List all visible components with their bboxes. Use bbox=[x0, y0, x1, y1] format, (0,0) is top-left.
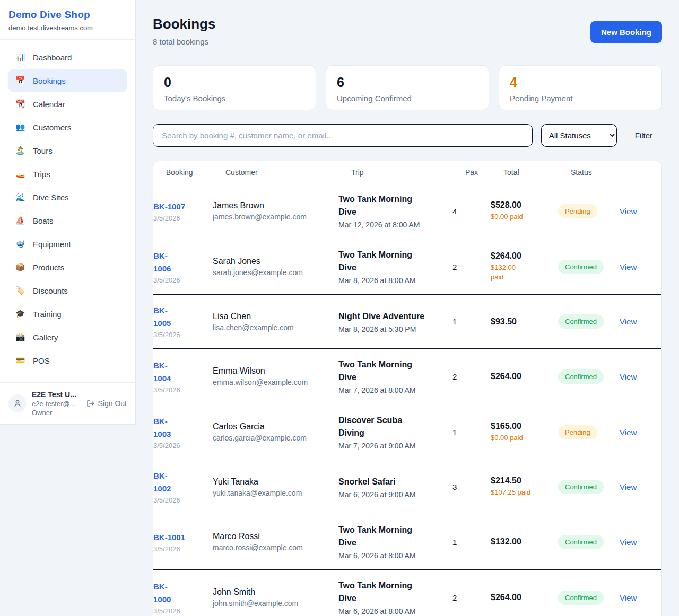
trip-name: Snorkel Safari bbox=[338, 476, 452, 488]
booking-id-link[interactable]: BK- 1005 bbox=[153, 304, 213, 330]
stat-card: 6Upcoming Confirmed bbox=[326, 65, 489, 110]
trip-datetime: Mar 8, 2026 at 5:30 PM bbox=[338, 325, 452, 333]
view-link[interactable]: View bbox=[620, 262, 661, 271]
table-row: BK- 10063/5/2026Sarah Jonessarah.jones@e… bbox=[153, 239, 661, 295]
stat-label: Upcoming Confirmed bbox=[337, 94, 478, 103]
filter-row: All Statuses Filter bbox=[153, 124, 662, 147]
sidebar-item-label: Calendar bbox=[33, 100, 65, 109]
shop-domain: demo.test.divestreams.com bbox=[8, 24, 127, 32]
graduation-cap-icon: 🎓 bbox=[15, 309, 25, 319]
trip-cell: Night Dive AdventureMar 8, 2026 at 5:30 … bbox=[338, 310, 452, 333]
table-row: BK-10073/5/2026James Brownjames.brown@ex… bbox=[153, 183, 661, 239]
total-amount: $214.50 bbox=[491, 476, 558, 486]
customer-cell: James Brownjames.brown@example.com bbox=[213, 201, 338, 221]
pax-value: 2 bbox=[452, 262, 491, 271]
trip-datetime: Mar 7, 2026 at 9:00 AM bbox=[338, 442, 452, 450]
new-booking-button[interactable]: New Booking bbox=[590, 21, 662, 43]
total-cell: $214.50$107.25 paid bbox=[491, 476, 558, 497]
status-cell: Confirmed bbox=[558, 591, 620, 605]
diving-mask-icon: 🤿 bbox=[15, 239, 25, 249]
sidebar-item-trips[interactable]: 🚤Trips bbox=[8, 163, 127, 185]
booking-id-link[interactable]: BK- 1000 bbox=[153, 580, 213, 606]
sidebar-item-calendar[interactable]: 📆Calendar bbox=[8, 93, 127, 115]
filter-button[interactable]: Filter bbox=[635, 131, 652, 140]
sidebar-item-training[interactable]: 🎓Training bbox=[8, 303, 127, 325]
island-icon: 🏝️ bbox=[15, 146, 25, 155]
sign-out-icon bbox=[86, 399, 95, 408]
table-row: BK- 10043/5/2026Emma Wilsonemma.wilson@e… bbox=[153, 349, 661, 404]
table-row: BK- 10053/5/2026Lisa Chenlisa.chen@examp… bbox=[153, 295, 661, 349]
total-cell: $264.00 bbox=[491, 593, 558, 602]
shop-name: Demo Dive Shop bbox=[8, 9, 127, 21]
customer-name: Emma Wilson bbox=[213, 366, 338, 376]
total-cell: $264.00$132.00 paid bbox=[491, 251, 558, 282]
page-subtitle: 8 total bookings bbox=[153, 37, 215, 46]
view-link[interactable]: View bbox=[620, 593, 661, 602]
table-body: BK-10073/5/2026James Brownjames.brown@ex… bbox=[153, 183, 661, 616]
status-badge: Confirmed bbox=[558, 314, 604, 329]
user-meta: E2E Test U... e2e-tester@... Owner bbox=[32, 390, 81, 417]
booking-id-link[interactable]: BK- 1003 bbox=[153, 415, 213, 441]
sidebar: Demo Dive Shop demo.test.divestreams.com… bbox=[0, 0, 136, 425]
total-cell: $165.00$0.00 paid bbox=[491, 421, 558, 443]
sidebar-item-dive-sites[interactable]: 🌊Dive Sites bbox=[8, 186, 127, 208]
sidebar-item-gallery[interactable]: 📸Gallery bbox=[8, 326, 127, 348]
sign-out-label: Sign Out bbox=[98, 399, 127, 408]
paid-amount: $0.00 paid bbox=[491, 212, 558, 222]
table-row: BK-10013/5/2026Marco Rossimarco.rossi@ex… bbox=[153, 514, 661, 570]
bar-chart-icon: 📊 bbox=[15, 52, 25, 62]
view-link[interactable]: View bbox=[620, 482, 661, 491]
page-header-text: Bookings 8 total bookings bbox=[153, 16, 215, 46]
view-link[interactable]: View bbox=[620, 207, 661, 216]
trip-cell: Two Tank Morning DiveMar 8, 2026 at 8:00… bbox=[338, 249, 452, 285]
sidebar-item-equipment[interactable]: 🤿Equipment bbox=[8, 233, 127, 255]
sidebar-item-customers[interactable]: 👥Customers bbox=[8, 116, 127, 138]
booking-id-link[interactable]: BK- 1004 bbox=[153, 359, 213, 385]
sidebar-item-dashboard[interactable]: 📊Dashboard bbox=[8, 46, 127, 68]
booking-id-link[interactable]: BK-1007 bbox=[153, 200, 213, 213]
sidebar-item-boats[interactable]: ⛵Boats bbox=[8, 209, 127, 232]
view-link[interactable]: View bbox=[620, 428, 661, 437]
trip-datetime: Mar 6, 2026 at 8:00 AM bbox=[338, 607, 452, 615]
bookings-table: BookingCustomerTripPaxTotalStatus BK-100… bbox=[153, 161, 662, 616]
booking-id-link[interactable]: BK- 1006 bbox=[153, 250, 213, 275]
sidebar-item-discounts[interactable]: 🏷️Discounts bbox=[8, 279, 127, 302]
sidebar-item-bookings[interactable]: 📅Bookings bbox=[8, 69, 127, 92]
booking-cell: BK- 10023/5/2026 bbox=[153, 470, 213, 504]
sidebar-item-label: Customers bbox=[33, 123, 72, 132]
pax-value: 1 bbox=[452, 538, 491, 547]
booking-id-link[interactable]: BK- 1002 bbox=[153, 470, 213, 495]
status-cell: Confirmed bbox=[558, 369, 620, 384]
sign-out-button[interactable]: Sign Out bbox=[86, 399, 127, 408]
sidebar-item-pos[interactable]: 💳POS bbox=[8, 349, 127, 372]
trip-datetime: Mar 8, 2026 at 8:00 AM bbox=[338, 276, 452, 285]
total-amount: $264.00 bbox=[491, 372, 558, 381]
search-input[interactable] bbox=[153, 124, 533, 147]
status-cell: Confirmed bbox=[558, 535, 620, 549]
column-header: Booking bbox=[166, 168, 225, 177]
sidebar-item-tours[interactable]: 🏝️Tours bbox=[8, 139, 127, 162]
view-link[interactable]: View bbox=[620, 538, 661, 547]
customer-cell: Sarah Jonessarah.jones@example.com bbox=[213, 257, 338, 277]
total-amount: $165.00 bbox=[491, 421, 558, 431]
total-amount: $528.00 bbox=[491, 200, 558, 210]
booking-id-link[interactable]: BK-1001 bbox=[153, 531, 213, 544]
trip-name: Two Tank Morning Dive bbox=[338, 249, 452, 274]
customer-email: john.smith@example.com bbox=[213, 599, 338, 608]
view-link[interactable]: View bbox=[620, 317, 661, 326]
status-cell: Confirmed bbox=[558, 314, 620, 329]
status-badge: Confirmed bbox=[558, 480, 604, 494]
customer-name: Marco Rossi bbox=[213, 532, 338, 541]
status-select[interactable]: All Statuses bbox=[541, 124, 617, 147]
view-link[interactable]: View bbox=[620, 372, 661, 381]
status-cell: Pending bbox=[558, 425, 620, 439]
total-amount: $132.00 bbox=[491, 537, 558, 547]
customer-email: marco.rossi@example.com bbox=[213, 543, 338, 552]
sidebar-item-products[interactable]: 📦Products bbox=[8, 256, 127, 278]
booking-cell: BK-10013/5/2026 bbox=[153, 531, 213, 553]
customer-email: emma.wilson@example.com bbox=[213, 378, 338, 386]
booking-date: 3/5/2026 bbox=[153, 496, 213, 504]
customer-name: Carlos Garcia bbox=[213, 422, 338, 432]
trip-datetime: Mar 6, 2026 at 9:00 AM bbox=[338, 490, 452, 499]
booking-date: 3/5/2026 bbox=[153, 545, 213, 553]
